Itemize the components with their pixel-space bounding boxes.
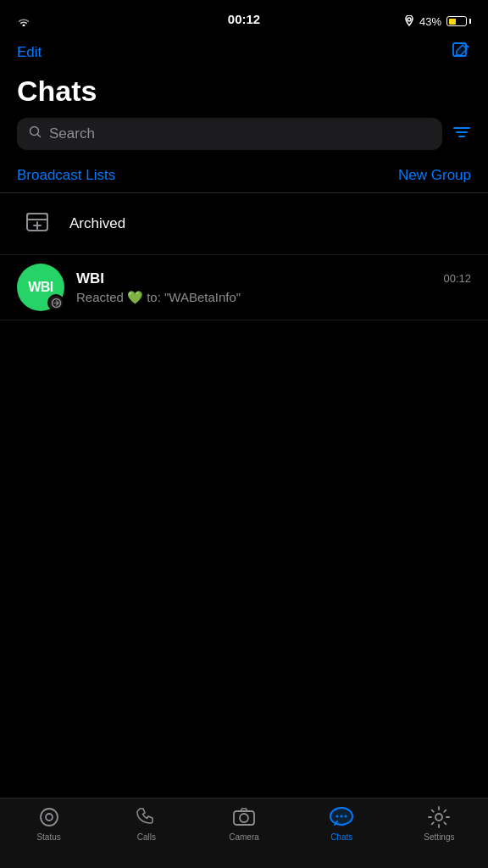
svg-point-16 (341, 815, 343, 818)
chat-name-row: WBI 00:12 (76, 270, 471, 287)
list-actions: Broadcast Lists New Group (0, 162, 488, 192)
battery-percent: 43% (419, 15, 441, 28)
search-placeholder: Search (49, 125, 95, 142)
broadcast-lists-button[interactable]: Broadcast Lists (17, 167, 115, 184)
compose-button[interactable] (451, 41, 471, 64)
tab-item-status[interactable]: Status (0, 805, 97, 842)
svg-point-10 (46, 814, 53, 821)
tab-bar: Status Calls Camera Chats (0, 798, 488, 868)
svg-point-17 (345, 815, 347, 818)
tab-item-chats[interactable]: Chats (293, 805, 391, 842)
location-icon (404, 15, 414, 27)
status-tab-icon (37, 805, 61, 829)
battery-icon (446, 16, 471, 26)
svg-rect-7 (27, 214, 47, 220)
archive-icon-wrap (17, 203, 58, 244)
status-bar-left (17, 16, 30, 26)
search-bar-container: Search (0, 118, 488, 162)
compose-icon (451, 41, 471, 61)
tab-label-status: Status (36, 832, 60, 842)
chat-name: WBI (76, 270, 104, 287)
svg-point-18 (435, 814, 442, 821)
tab-item-camera[interactable]: Camera (195, 805, 292, 842)
page-title: Chats (0, 71, 488, 118)
svg-point-15 (336, 815, 339, 818)
search-bar[interactable]: Search (17, 118, 442, 150)
svg-point-9 (41, 809, 58, 826)
archived-row[interactable]: Archived (0, 193, 488, 255)
calls-tab-icon (135, 805, 158, 829)
tab-label-settings: Settings (424, 832, 454, 842)
settings-tab-icon (427, 805, 451, 829)
tab-label-chats: Chats (330, 832, 352, 842)
header: Edit (0, 37, 488, 71)
svg-point-0 (408, 18, 411, 21)
avatar-text: WBI (28, 280, 53, 295)
chat-preview: Reacted 💚 to: "WABetaInfo" (76, 290, 471, 305)
avatar: WBI (17, 264, 64, 311)
status-bar: 00:12 43% (0, 0, 488, 37)
tab-item-settings[interactable]: Settings (391, 805, 488, 842)
search-icon (29, 125, 42, 142)
chat-row[interactable]: WBI WBI 00:12 Reacted 💚 to: "WABetaInfo" (0, 255, 488, 320)
chat-time: 00:12 (443, 272, 471, 285)
status-bar-right: 43% (404, 15, 471, 28)
edit-button[interactable]: Edit (17, 44, 42, 61)
archive-icon (24, 210, 51, 237)
filter-icon[interactable] (452, 125, 471, 144)
camera-tab-icon (232, 805, 256, 829)
tab-label-camera: Camera (229, 832, 259, 842)
chat-info: WBI 00:12 Reacted 💚 to: "WABetaInfo" (76, 270, 471, 305)
svg-point-12 (240, 814, 248, 822)
archived-label: Archived (69, 215, 125, 232)
chats-tab-icon (329, 805, 354, 829)
tab-item-calls[interactable]: Calls (97, 805, 195, 842)
avatar-badge (47, 294, 64, 311)
new-group-button[interactable]: New Group (398, 167, 471, 184)
status-bar-time: 00:12 (228, 12, 260, 26)
wifi-icon (17, 16, 30, 26)
tab-label-calls: Calls (137, 832, 156, 842)
